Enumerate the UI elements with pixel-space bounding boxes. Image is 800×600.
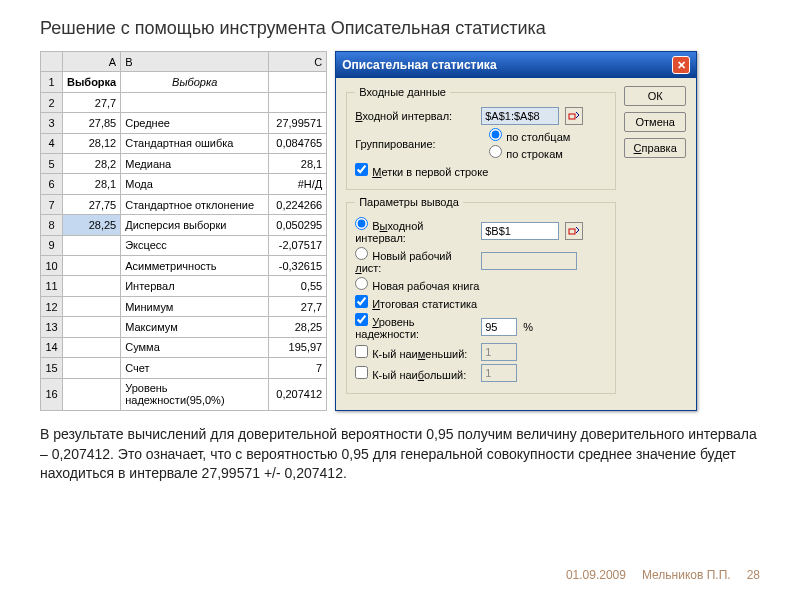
row-header[interactable]: 6 (41, 174, 63, 194)
radio-by-cols[interactable]: по столбцам (489, 128, 570, 143)
cell[interactable] (63, 296, 121, 316)
cell[interactable] (63, 358, 121, 378)
summary-checkbox[interactable]: Итоговая статистика (355, 295, 477, 310)
radio-out-range[interactable]: Выходной интервал: (355, 217, 475, 244)
row-header[interactable]: 15 (41, 358, 63, 378)
row-header[interactable]: 3 (41, 113, 63, 133)
cell[interactable] (63, 317, 121, 337)
page-number: 28 (747, 568, 760, 582)
cell[interactable]: -0,32615 (269, 256, 327, 276)
labels-checkbox[interactable]: Метки в первой строке (355, 163, 488, 178)
cell[interactable]: Среднее (121, 113, 269, 133)
row-header[interactable]: 7 (41, 194, 63, 214)
cell[interactable]: 28,1 (269, 154, 327, 174)
dialog-titlebar[interactable]: Описательная статистика ✕ (336, 52, 696, 78)
cell[interactable]: Уровень надежности(95,0%) (121, 378, 269, 411)
cell[interactable]: Мода (121, 174, 269, 194)
kth-large-checkbox[interactable]: К-ый наибольший: (355, 366, 475, 381)
ok-button[interactable]: ОК (624, 86, 686, 106)
input-legend: Входные данные (355, 86, 450, 98)
cell[interactable]: Эксцесс (121, 235, 269, 255)
cell[interactable]: 0,224266 (269, 194, 327, 214)
close-icon[interactable]: ✕ (672, 56, 690, 74)
cell[interactable]: 0,084765 (269, 133, 327, 153)
row-header[interactable]: 11 (41, 276, 63, 296)
col-header-B[interactable]: B (121, 52, 269, 72)
radio-new-sheet[interactable]: Новый рабочий лист: (355, 247, 475, 274)
spreadsheet-grid[interactable]: A B C 1ВыборкаВыборка227,7327,85Среднее2… (40, 51, 327, 411)
cell[interactable]: Стандартное отклонение (121, 194, 269, 214)
output-group: Параметры вывода Выходной интервал: Новы… (346, 196, 616, 394)
range-picker-icon[interactable] (565, 222, 583, 240)
kth-small-checkbox[interactable]: К-ый наименьший: (355, 345, 475, 360)
svg-rect-1 (569, 229, 575, 234)
cell[interactable] (121, 92, 269, 112)
cell[interactable] (269, 72, 327, 92)
cell[interactable]: 27,99571 (269, 113, 327, 133)
cell[interactable]: 7 (269, 358, 327, 378)
footer-date: 01.09.2009 (566, 568, 626, 582)
row-header[interactable]: 12 (41, 296, 63, 316)
cell[interactable]: Асимметричность (121, 256, 269, 276)
cell[interactable]: Сумма (121, 337, 269, 357)
cell[interactable]: 28,12 (63, 133, 121, 153)
row-header[interactable]: 2 (41, 92, 63, 112)
grouping-label: Группирование: (355, 138, 475, 150)
cell[interactable]: Максимум (121, 317, 269, 337)
cell[interactable]: 27,7 (269, 296, 327, 316)
range-picker-icon[interactable] (565, 107, 583, 125)
row-header[interactable]: 4 (41, 133, 63, 153)
cell[interactable]: Медиана (121, 154, 269, 174)
cell[interactable]: 28,2 (63, 154, 121, 174)
new-sheet-field (481, 252, 577, 270)
confidence-checkbox[interactable]: Уровень надежности: (355, 313, 475, 340)
row-header[interactable]: 13 (41, 317, 63, 337)
cell[interactable]: Минимум (121, 296, 269, 316)
cell[interactable]: 27,7 (63, 92, 121, 112)
radio-by-rows[interactable]: по строкам (489, 145, 570, 160)
cell[interactable]: Дисперсия выборки (121, 215, 269, 235)
cell[interactable] (63, 235, 121, 255)
cell[interactable] (63, 337, 121, 357)
row-header[interactable]: 8 (41, 215, 63, 235)
cell[interactable]: 27,75 (63, 194, 121, 214)
help-button[interactable]: Справка (624, 138, 686, 158)
dialog-title: Описательная статистика (342, 58, 496, 72)
corner-cell[interactable] (41, 52, 63, 72)
descriptive-stats-dialog: Описательная статистика ✕ Входные данные… (335, 51, 697, 411)
cell[interactable]: 0,207412 (269, 378, 327, 411)
cell[interactable] (63, 276, 121, 296)
input-range-label: Входной интервал: (355, 110, 475, 122)
footer: 01.09.2009 Мельников П.П. 28 (566, 568, 760, 582)
cell[interactable]: #Н/Д (269, 174, 327, 194)
row-header[interactable]: 14 (41, 337, 63, 357)
row-header[interactable]: 10 (41, 256, 63, 276)
cell[interactable]: Интервал (121, 276, 269, 296)
cell[interactable]: Счет (121, 358, 269, 378)
confidence-field[interactable] (481, 318, 517, 336)
cell[interactable]: 0,55 (269, 276, 327, 296)
cell[interactable]: Стандартная ошибка (121, 133, 269, 153)
row-header[interactable]: 1 (41, 72, 63, 92)
cell[interactable]: -2,07517 (269, 235, 327, 255)
col-header-A[interactable]: A (63, 52, 121, 72)
cell[interactable]: 195,97 (269, 337, 327, 357)
col-header-C[interactable]: C (269, 52, 327, 72)
cell[interactable]: 27,85 (63, 113, 121, 133)
cell[interactable]: 28,25 (63, 215, 121, 235)
cell[interactable]: 28,1 (63, 174, 121, 194)
out-range-field[interactable] (481, 222, 559, 240)
cell[interactable]: 0,050295 (269, 215, 327, 235)
row-header[interactable]: 16 (41, 378, 63, 411)
radio-new-book[interactable]: Новая рабочая книга (355, 277, 479, 292)
cell[interactable] (63, 256, 121, 276)
cell[interactable]: Выборка (63, 72, 121, 92)
cell[interactable]: 28,25 (269, 317, 327, 337)
cell[interactable] (63, 378, 121, 411)
cancel-button[interactable]: Отмена (624, 112, 686, 132)
cell[interactable]: Выборка (121, 72, 269, 92)
input-range-field[interactable] (481, 107, 559, 125)
row-header[interactable]: 9 (41, 235, 63, 255)
cell[interactable] (269, 92, 327, 112)
row-header[interactable]: 5 (41, 154, 63, 174)
